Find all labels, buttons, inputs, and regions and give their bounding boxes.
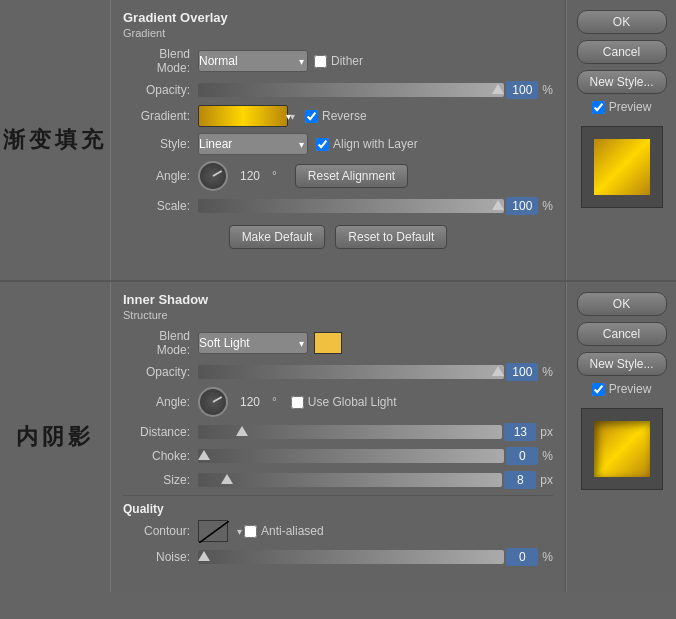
gradient-align-checkbox[interactable] — [316, 138, 329, 151]
inner-shadow-global-light-group: Use Global Light — [291, 395, 397, 409]
inner-shadow-choke-row: Choke: % — [123, 447, 553, 465]
inner-shadow-noise-label: Noise: — [123, 550, 198, 564]
inner-shadow-noise-value[interactable] — [506, 548, 538, 566]
gradient-style-dropdown-wrapper[interactable]: Linear Radial Angle Reflected Diamond — [198, 133, 308, 155]
inner-shadow-blend-mode-select[interactable]: Normal Soft Light Multiply Screen Overla… — [198, 332, 308, 354]
gradient-scale-row: Scale: % — [123, 197, 553, 215]
gradient-center-panel: Gradient Overlay Gradient Blend Mode: No… — [110, 0, 566, 280]
inner-shadow-angle-container: ° Use Global Light — [198, 387, 397, 417]
gradient-blend-mode-label: Blend Mode: — [123, 47, 198, 75]
gradient-align-group: Align with Layer — [316, 137, 418, 151]
gradient-swatch-row: Gradient: ▾ Reverse — [123, 105, 553, 127]
gradient-swatch-label: Gradient: — [123, 109, 198, 123]
gradient-dither-checkbox[interactable] — [314, 55, 327, 68]
inner-shadow-row: 内阴影 Inner Shadow Structure Blend Mode: N… — [0, 282, 676, 592]
gradient-new-style-button[interactable]: New Style... — [577, 70, 667, 94]
inner-shadow-right-panel: OK Cancel New Style... Preview — [566, 282, 676, 592]
inner-shadow-contour-label: Contour: — [123, 524, 198, 538]
inner-shadow-size-slider[interactable] — [198, 473, 502, 487]
gradient-chinese-label: 渐变填充 — [3, 125, 107, 155]
inner-shadow-center-panel: Inner Shadow Structure Blend Mode: Norma… — [110, 282, 566, 592]
gradient-angle-row: Angle: ° Reset Alignment — [123, 161, 553, 191]
gradient-opacity-label: Opacity: — [123, 83, 198, 97]
inner-shadow-size-value[interactable] — [504, 471, 536, 489]
inner-shadow-opacity-unit: % — [542, 365, 553, 379]
gradient-swatch-wrapper[interactable]: ▾ — [198, 105, 295, 127]
gradient-opacity-slider[interactable] — [198, 83, 504, 97]
gradient-align-label[interactable]: Align with Layer — [316, 137, 418, 151]
inner-shadow-anti-aliased-group: Anti-aliased — [244, 524, 324, 538]
gradient-reset-alignment-button[interactable]: Reset Alignment — [295, 164, 408, 188]
gradient-degree-symbol: ° — [272, 169, 277, 183]
gradient-preview-box — [581, 126, 663, 208]
gradient-cancel-button[interactable]: Cancel — [577, 40, 667, 64]
inner-shadow-ok-button[interactable]: OK — [577, 292, 667, 316]
inner-shadow-preview-group: Preview — [592, 382, 652, 396]
inner-shadow-panel-title: Inner Shadow — [123, 292, 553, 307]
inner-shadow-noise-slider[interactable] — [198, 550, 504, 564]
inner-shadow-opacity-value[interactable] — [506, 363, 538, 381]
gradient-dither-label[interactable]: Dither — [314, 54, 363, 68]
gradient-reverse-checkbox[interactable] — [305, 110, 318, 123]
inner-shadow-chinese-label: 内阴影 — [16, 422, 94, 452]
inner-shadow-choke-slider-container: % — [198, 447, 553, 465]
inner-shadow-preview-box — [581, 408, 663, 490]
inner-shadow-global-light-label[interactable]: Use Global Light — [291, 395, 397, 409]
gradient-panel-subtitle: Gradient — [123, 27, 553, 39]
gradient-left-label: 渐变填充 — [0, 0, 110, 280]
inner-shadow-preview-checkbox[interactable] — [592, 383, 605, 396]
inner-shadow-cancel-button[interactable]: Cancel — [577, 322, 667, 346]
inner-shadow-choke-value[interactable] — [506, 447, 538, 465]
gradient-blend-mode-select[interactable]: Normal Dissolve Multiply Screen Overlay — [198, 50, 308, 72]
gradient-scale-slider-container: % — [198, 197, 553, 215]
gradient-opacity-row: Opacity: % — [123, 81, 553, 99]
inner-shadow-panel-subtitle: Structure — [123, 309, 553, 321]
inner-shadow-new-style-button[interactable]: New Style... — [577, 352, 667, 376]
inner-shadow-size-slider-container: px — [198, 471, 553, 489]
inner-shadow-color-swatch-wrapper[interactable] — [314, 332, 342, 354]
inner-shadow-blend-mode-dropdown-wrapper[interactable]: Normal Soft Light Multiply Screen Overla… — [198, 332, 308, 354]
inner-shadow-angle-value[interactable] — [234, 395, 266, 409]
inner-shadow-blend-mode-row: Blend Mode: Normal Soft Light Multiply S… — [123, 329, 553, 357]
inner-shadow-contour-swatch-wrapper[interactable] — [198, 520, 228, 542]
inner-shadow-anti-aliased-checkbox[interactable] — [244, 525, 257, 538]
gradient-scale-value[interactable] — [506, 197, 538, 215]
gradient-reverse-label[interactable]: Reverse — [305, 109, 367, 123]
inner-shadow-left-label: 内阴影 — [0, 282, 110, 592]
inner-shadow-preview-square — [594, 421, 650, 477]
inner-shadow-blend-mode-label: Blend Mode: — [123, 329, 198, 357]
gradient-reset-default-button[interactable]: Reset to Default — [335, 225, 447, 249]
inner-shadow-contour-swatch[interactable] — [198, 520, 228, 542]
inner-shadow-angle-dial[interactable] — [198, 387, 228, 417]
gradient-angle-value[interactable] — [234, 169, 266, 183]
inner-shadow-anti-aliased-label[interactable]: Anti-aliased — [244, 524, 324, 538]
gradient-angle-dial[interactable] — [198, 161, 228, 191]
inner-shadow-degree-symbol: ° — [272, 395, 277, 409]
inner-shadow-choke-slider[interactable] — [198, 449, 504, 463]
inner-shadow-global-light-checkbox[interactable] — [291, 396, 304, 409]
inner-shadow-distance-slider[interactable] — [198, 425, 502, 439]
gradient-style-select[interactable]: Linear Radial Angle Reflected Diamond — [198, 133, 308, 155]
inner-shadow-distance-value[interactable] — [504, 423, 536, 441]
inner-shadow-preview-label: Preview — [609, 382, 652, 396]
inner-shadow-distance-slider-container: px — [198, 423, 553, 441]
gradient-reverse-group: Reverse — [305, 109, 367, 123]
gradient-ok-button[interactable]: OK — [577, 10, 667, 34]
gradient-make-default-button[interactable]: Make Default — [229, 225, 326, 249]
inner-shadow-angle-row: Angle: ° Use Global Light — [123, 387, 553, 417]
gradient-preview-checkbox[interactable] — [592, 101, 605, 114]
gradient-opacity-value[interactable] — [506, 81, 538, 99]
gradient-overlay-row: 渐变填充 Gradient Overlay Gradient Blend Mod… — [0, 0, 676, 282]
inner-shadow-choke-label: Choke: — [123, 449, 198, 463]
gradient-preview-group: Preview — [592, 100, 652, 114]
gradient-right-panel: OK Cancel New Style... Preview — [566, 0, 676, 280]
quality-divider — [123, 495, 553, 496]
gradient-preview-label: Preview — [609, 100, 652, 114]
inner-shadow-noise-unit: % — [542, 550, 553, 564]
gradient-blend-mode-dropdown-wrapper[interactable]: Normal Dissolve Multiply Screen Overlay — [198, 50, 308, 72]
gradient-swatch[interactable] — [198, 105, 288, 127]
gradient-scale-slider[interactable] — [198, 199, 504, 213]
inner-shadow-opacity-slider[interactable] — [198, 365, 504, 379]
main-container: 渐变填充 Gradient Overlay Gradient Blend Mod… — [0, 0, 676, 592]
inner-shadow-color-swatch[interactable] — [314, 332, 342, 354]
